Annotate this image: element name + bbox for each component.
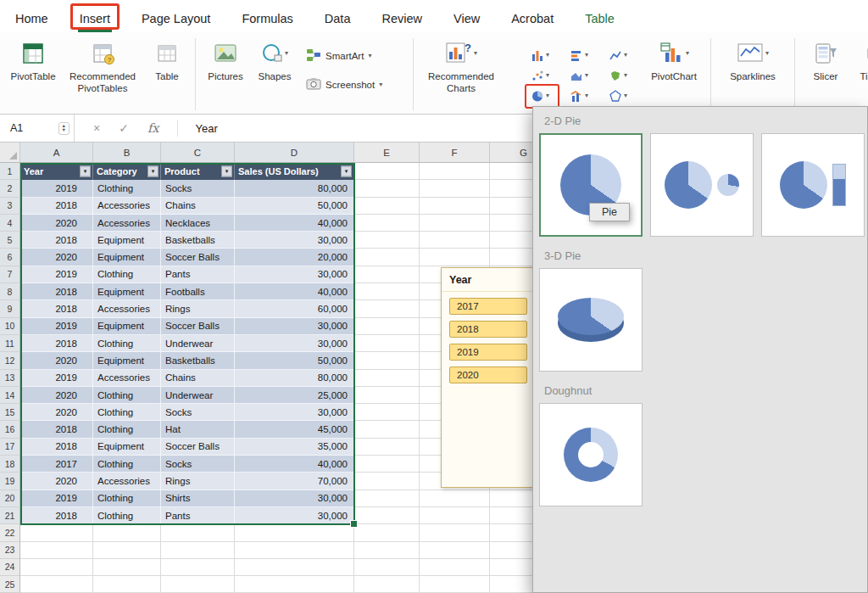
cell-B25[interactable] [93, 576, 161, 593]
column-header-E[interactable]: E [354, 143, 420, 163]
cell-B18[interactable]: Clothing [93, 456, 161, 473]
pivotchart-button[interactable]: ▾ PivotChart [643, 36, 705, 83]
cancel-icon[interactable]: × [93, 121, 100, 135]
cell-F6[interactable] [420, 249, 490, 266]
filter-dropdown-icon[interactable]: ▾ [147, 165, 159, 176]
cell-A12[interactable]: 2020 [20, 352, 93, 369]
cell-A22[interactable] [20, 524, 93, 541]
column-header-F[interactable]: F [420, 143, 490, 163]
formula-value[interactable]: Year [195, 122, 217, 135]
bar-chart-button[interactable]: ▾ [565, 45, 604, 65]
tab-insert[interactable]: Insert [78, 5, 112, 32]
cell-A6[interactable]: 2020 [20, 249, 93, 266]
cell-A11[interactable]: 2018 [20, 335, 93, 352]
row-header-1[interactable]: 1 [0, 163, 20, 180]
cell-C8[interactable]: Footballs [161, 283, 235, 300]
combo-chart-button[interactable]: ▾ [565, 86, 604, 106]
tab-data[interactable]: Data [323, 5, 353, 32]
cell-E14[interactable] [354, 387, 420, 404]
column-header-A[interactable]: A [20, 143, 93, 163]
pivottable-button[interactable]: PivotTable [5, 36, 61, 83]
column-header-C[interactable]: C [161, 143, 235, 163]
cell-D22[interactable] [235, 524, 354, 541]
fx-icon[interactable]: fx [147, 121, 159, 135]
cell-D15[interactable]: 30,000 [235, 404, 354, 421]
cell-E9[interactable] [354, 300, 420, 317]
cell-B11[interactable]: Clothing [93, 335, 161, 352]
cell-D25[interactable] [235, 576, 354, 593]
cell-B5[interactable]: Equipment [93, 232, 161, 249]
slicer-item-2017[interactable]: 2017 [449, 298, 527, 315]
cell-F23[interactable] [420, 542, 490, 559]
cell-F25[interactable] [420, 576, 490, 593]
cell-A8[interactable]: 2018 [20, 283, 93, 300]
chart-option-bar-of-pie[interactable] [761, 133, 865, 237]
tab-home[interactable]: Home [14, 5, 50, 32]
cell-E3[interactable] [354, 198, 420, 215]
cell-C4[interactable]: Necklaces [161, 215, 235, 232]
column-header-D[interactable]: D [235, 143, 354, 163]
cell-A4[interactable]: 2020 [20, 215, 93, 232]
cell-F2[interactable] [420, 180, 490, 197]
cell-C16[interactable]: Hat [161, 421, 235, 438]
row-header-15[interactable]: 15 [0, 404, 20, 421]
cell-E18[interactable] [354, 456, 420, 473]
cell-A7[interactable]: 2019 [20, 266, 93, 283]
cell-E10[interactable] [354, 318, 420, 335]
cell-B6[interactable]: Equipment [93, 249, 161, 266]
recommended-pivottables-button[interactable]: ? Recommended PivotTables [61, 36, 144, 94]
confirm-icon[interactable]: ✓ [119, 121, 129, 135]
cell-E25[interactable] [354, 576, 420, 593]
timeline-button[interactable]: Timeline [851, 36, 868, 83]
cell-C21[interactable]: Pants [161, 507, 235, 524]
cell-D23[interactable] [235, 542, 354, 559]
cell-B9[interactable]: Accessories [93, 300, 161, 317]
cell-C25[interactable] [161, 576, 235, 593]
cell-E15[interactable] [354, 404, 420, 421]
cell-A19[interactable]: 2020 [20, 473, 93, 490]
cell-A16[interactable]: 2018 [20, 421, 93, 438]
area-chart-button[interactable]: ▾ [565, 65, 604, 86]
slicer-item-2020[interactable]: 2020 [449, 366, 527, 383]
cell-C10[interactable]: Soccer Balls [161, 318, 235, 335]
radar-chart-button[interactable]: ▾ [604, 86, 643, 106]
cell-B22[interactable] [93, 524, 161, 541]
cell-B15[interactable]: Clothing [93, 404, 161, 421]
cell-E22[interactable] [354, 524, 420, 541]
cell-D10[interactable]: 30,000 [235, 318, 354, 335]
row-header-23[interactable]: 23 [0, 542, 20, 559]
select-all-corner[interactable] [0, 143, 20, 163]
cell-B4[interactable]: Accessories [93, 215, 161, 232]
slicer-item-2019[interactable]: 2019 [449, 344, 527, 361]
row-header-21[interactable]: 21 [0, 507, 20, 524]
filter-dropdown-icon[interactable]: ▾ [80, 165, 91, 176]
cell-C12[interactable]: Basketballs [161, 352, 235, 369]
cell-E6[interactable] [354, 249, 420, 266]
cell-F4[interactable] [420, 215, 490, 232]
cell-E19[interactable] [354, 473, 420, 490]
cell-B20[interactable]: Clothing [93, 490, 161, 507]
cell-E17[interactable] [354, 439, 420, 456]
cell-D5[interactable]: 30,000 [235, 232, 354, 249]
cell-F24[interactable] [420, 559, 490, 576]
row-header-9[interactable]: 9 [0, 300, 20, 317]
cell-A5[interactable]: 2018 [20, 232, 93, 249]
cell-A24[interactable] [20, 559, 93, 576]
cell-B10[interactable]: Equipment [93, 318, 161, 335]
cell-B12[interactable]: Equipment [93, 352, 161, 369]
cell-B8[interactable]: Equipment [93, 283, 161, 300]
cell-A14[interactable]: 2020 [20, 387, 93, 404]
cell-D17[interactable]: 35,000 [235, 439, 354, 456]
cell-B3[interactable]: Accessories [93, 198, 161, 215]
cell-A2[interactable]: 2019 [20, 180, 93, 197]
row-header-17[interactable]: 17 [0, 439, 20, 456]
column-chart-button[interactable]: ▾ [526, 45, 565, 65]
map-chart-button[interactable]: ▾ [604, 65, 643, 86]
row-header-6[interactable]: 6 [0, 249, 20, 266]
cell-A13[interactable]: 2019 [20, 370, 93, 387]
row-header-16[interactable]: 16 [0, 421, 20, 438]
cell-B7[interactable]: Clothing [93, 266, 161, 283]
row-header-13[interactable]: 13 [0, 370, 20, 387]
cell-E2[interactable] [354, 180, 420, 197]
cell-E4[interactable] [354, 215, 420, 232]
